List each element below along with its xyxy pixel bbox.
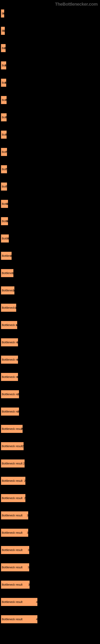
bar-label: Bottleneck result	[2, 427, 23, 430]
bar: Bottleneck result	[1, 425, 23, 433]
bar-row: Bottleneck result7	[1, 130, 99, 139]
bar-label: Bottleneck result	[2, 462, 23, 465]
value-label: 20	[18, 393, 21, 396]
bar: Bottleneck result	[1, 304, 16, 312]
value-label: 26	[23, 462, 26, 465]
bar-label: Bottleneck result	[2, 566, 23, 569]
value-label: 31	[28, 566, 31, 569]
bar-row: Bottleneck result32	[1, 580, 99, 589]
value-label: 7	[6, 150, 7, 154]
value-label: 30	[27, 514, 30, 517]
bar-row: Bottleneck result8	[1, 217, 99, 226]
bar-row: Bottleneck result17	[1, 304, 99, 312]
bar-row: Bottleneck result12	[1, 252, 99, 260]
value-label: 12	[10, 254, 13, 258]
bar-row: Bottleneck result18	[1, 321, 99, 329]
bar-row: Bottleneck result8	[1, 200, 99, 208]
bar-label: Bottleneck result	[2, 514, 23, 517]
bar: Bottleneck result	[1, 321, 17, 329]
value-label: 19	[17, 341, 20, 344]
bar-row: Bottleneck result40	[1, 615, 99, 624]
bar: Bottleneck result	[1, 338, 18, 346]
bar-label: Bottleneck result	[2, 444, 23, 448]
bar-row: Bottleneck result24	[1, 425, 99, 433]
bar-label: Bottleneck result	[2, 618, 23, 621]
bar-row: Bottleneck result20	[1, 407, 99, 416]
bar-row: Bottleneck result27	[1, 494, 99, 502]
bar-row: Bottleneck result40	[1, 598, 99, 606]
value-label: 6	[5, 64, 6, 67]
bar-row: Bottleneck result7	[1, 182, 99, 191]
bar: Bottleneck result	[1, 269, 14, 277]
value-label: 9	[7, 237, 9, 240]
bar: Bottleneck result	[1, 580, 30, 589]
value-label: 24	[21, 427, 24, 430]
bar: Bottleneck result	[1, 286, 15, 295]
bar-row: Bottleneck result14	[1, 269, 99, 277]
bar: Bottleneck result	[1, 442, 24, 450]
value-label: 32	[28, 583, 31, 586]
bar-chart: Bottleneck result4 Bottleneck result5 Bo…	[0, 9, 100, 624]
bar-row: Bottleneck result6	[1, 44, 99, 52]
bar-label: Bottleneck result	[2, 600, 23, 604]
value-label: 7	[5, 133, 7, 136]
value-label: 40	[36, 600, 39, 604]
value-label: 7	[5, 116, 7, 119]
value-label: 6	[5, 81, 6, 84]
value-label: 20	[18, 410, 21, 413]
bar-row: Bottleneck result19	[1, 338, 99, 346]
bar-row: Bottleneck result4	[1, 9, 99, 18]
bar-label: Bottleneck result	[2, 324, 17, 327]
value-label: 7	[6, 168, 7, 171]
bar-row: Bottleneck result15	[1, 286, 99, 295]
bar-row: Bottleneck result7	[1, 165, 99, 174]
bar-row: Bottleneck result19	[1, 356, 99, 364]
value-label: 18	[16, 324, 19, 327]
bar-label: Bottleneck result	[2, 393, 19, 396]
bar: Bottleneck result	[1, 476, 26, 485]
bar-row: Bottleneck result31	[1, 546, 99, 554]
bar-row: Bottleneck result30	[1, 528, 99, 537]
bar-row: Bottleneck result31	[1, 563, 99, 572]
value-label: 31	[28, 548, 31, 552]
value-label: 17	[15, 306, 18, 309]
bar-row: Bottleneck result9	[1, 234, 99, 243]
bar-row: Bottleneck result7	[1, 113, 99, 122]
bar: Bottleneck result	[1, 563, 29, 572]
bar-label: Bottleneck result	[2, 410, 19, 413]
bar-label: Bottleneck result	[2, 306, 16, 309]
bar: Bottleneck result	[1, 528, 28, 537]
value-label: 6	[4, 46, 6, 50]
bar-label: Bottleneck result	[2, 548, 23, 552]
value-label: 19	[17, 375, 20, 378]
value-label: 27	[24, 479, 27, 482]
bar-row: Bottleneck result25	[1, 442, 99, 450]
watermark: TheBottlenecker.com	[0, 2, 100, 9]
bar: Bottleneck result	[1, 356, 18, 364]
value-label: 27	[24, 496, 27, 500]
bar: Bottleneck result	[1, 390, 19, 398]
bar-label: Bottleneck result	[2, 479, 23, 482]
bar: Bottleneck result	[1, 407, 19, 416]
bar-label: Bottleneck result	[2, 496, 23, 500]
value-label: 5	[3, 29, 5, 32]
bar-row: Bottleneck result7	[1, 96, 99, 104]
value-label: 19	[17, 358, 20, 361]
value-label: 25	[22, 444, 25, 448]
value-label: 40	[36, 618, 39, 621]
bar-label: Bottleneck result	[2, 531, 23, 534]
bar-label: Bottleneck result	[2, 358, 18, 361]
bar-label: Bottleneck result	[2, 375, 18, 378]
bar: Bottleneck result	[1, 459, 25, 468]
bar-row: Bottleneck result30	[1, 511, 99, 520]
bar: Bottleneck result	[1, 494, 26, 502]
bar: Bottleneck result	[1, 546, 29, 554]
bar: Bottleneck result	[1, 598, 38, 606]
bar-row: Bottleneck result5	[1, 26, 99, 35]
bar: Bottleneck result	[1, 373, 18, 381]
bar-label: Bottleneck result	[2, 341, 18, 344]
bar-row: Bottleneck result26	[1, 459, 99, 468]
value-label: 8	[7, 220, 8, 223]
bar: Bottleneck result	[1, 511, 28, 520]
value-label: 4	[3, 12, 4, 15]
